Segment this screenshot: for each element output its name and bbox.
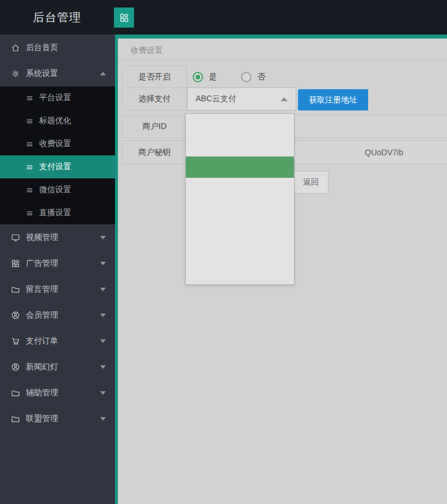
sidebar-item-icon — [11, 43, 20, 52]
radio-yes-label: 是 — [209, 72, 217, 82]
sidebar-item[interactable]: 留言管理 — [0, 276, 115, 302]
sidebar-item-label: 会员管理 — [26, 310, 58, 320]
menu-lines-icon — [25, 186, 34, 194]
sidebar-item-label: 后台首页 — [26, 43, 58, 53]
sidebar-item[interactable]: 后台首页 — [0, 35, 115, 60]
dropdown-option[interactable] — [186, 114, 294, 135]
menu-lines-icon — [25, 163, 34, 171]
sidebar-item[interactable]: 视频管理 — [0, 224, 115, 250]
sidebar-subitem-label: 收费设置 — [39, 139, 71, 149]
sidebar-item-icon — [11, 388, 20, 398]
menu-lines-icon — [25, 94, 34, 102]
chevron-icon — [100, 417, 106, 421]
sidebar-item[interactable]: 新闻幻灯 — [0, 354, 115, 380]
top-header: 后台管理 — [0, 0, 447, 35]
sidebar-item-icon — [11, 362, 20, 372]
sidebar-subitem[interactable]: 直播设置 — [0, 201, 115, 224]
sidebar-subitem-label: 支付设置 — [39, 162, 71, 172]
sidebar-subitem[interactable]: 微信设置 — [0, 178, 115, 201]
payment-select[interactable]: ABC云支付 — [187, 87, 296, 110]
merchant-id-label: 商户ID — [122, 115, 187, 138]
merchant-key-value: QUoDV7ib — [365, 141, 403, 164]
sidebar: 后台首页 系统设置 平台设置 标题优化 收费设置 — [0, 35, 115, 504]
sidebar-item[interactable]: 联盟管理 — [0, 406, 115, 432]
chevron-icon — [100, 72, 106, 75]
sidebar-item-label: 视频管理 — [26, 232, 58, 243]
sidebar-item-icon — [11, 233, 20, 242]
sidebar-subitem[interactable]: 平台设置 — [0, 86, 115, 109]
sidebar-item-label: 广告管理 — [26, 258, 58, 269]
sidebar-subitem-label: 标题优化 — [39, 116, 71, 126]
dropdown-option[interactable] — [186, 220, 294, 242]
menu-lines-icon — [25, 209, 34, 217]
sidebar-item-icon — [11, 285, 20, 294]
enable-label: 是否开启 — [122, 66, 187, 88]
sidebar-item[interactable]: 会员管理 — [0, 302, 115, 328]
sidebar-item-icon — [11, 311, 20, 320]
sidebar-item-label: 系统设置 — [26, 68, 58, 79]
chevron-icon — [100, 339, 106, 343]
sidebar-item-label: 辅助管理 — [26, 388, 58, 398]
dropdown-option[interactable] — [186, 178, 294, 199]
sidebar-item-icon — [11, 337, 20, 346]
dropdown-option[interactable] — [186, 263, 294, 284]
merchant-key-label: 商户秘钥 — [122, 140, 187, 165]
menu-lines-icon — [25, 117, 34, 125]
sidebar-nav-bottom: 视频管理 广告管理 留言管理 会员管理 支付订单 — [0, 224, 115, 432]
dropdown-option[interactable] — [186, 242, 294, 263]
apps-button[interactable] — [114, 7, 134, 28]
sidebar-item[interactable]: 广告管理 — [0, 250, 115, 276]
select-payment-label: 选择支付 — [122, 87, 187, 110]
page-title: 收费设置 — [131, 45, 163, 56]
back-button[interactable]: 返回 — [293, 171, 328, 194]
submenu-system-settings: 平台设置 标题优化 收费设置 支付设置 微信设置 直播设置 — [0, 86, 115, 224]
sidebar-item-label: 支付订单 — [26, 336, 58, 346]
sidebar-subitem[interactable]: 支付设置 — [0, 155, 115, 178]
sidebar-item-label: 留言管理 — [26, 284, 58, 295]
main-content: 收费设置 是否开启 是 否 选择支付 ABC云支付 获取注册地址 商户ID 商户… — [115, 35, 447, 504]
dropdown-option[interactable] — [186, 135, 294, 156]
sidebar-item[interactable]: 支付订单 — [0, 328, 115, 354]
radio-yes[interactable] — [193, 72, 203, 82]
chevron-icon — [100, 314, 106, 317]
chevron-up-icon — [281, 97, 288, 101]
sidebar-item[interactable]: 系统设置 — [0, 60, 115, 86]
sidebar-item-label: 联盟管理 — [26, 414, 58, 424]
enable-radio-group: 是 否 — [193, 66, 284, 88]
sidebar-subitem[interactable]: 收费设置 — [0, 132, 115, 155]
radio-no-label: 否 — [257, 72, 265, 82]
sidebar-subitem-label: 平台设置 — [39, 93, 71, 103]
menu-lines-icon — [25, 140, 34, 148]
sidebar-item[interactable]: 辅助管理 — [0, 380, 115, 406]
radio-no[interactable] — [241, 72, 251, 82]
sidebar-item-icon — [11, 69, 20, 78]
admin-screen: 后台管理 后台首页 系统设置 平台设置 — [0, 0, 447, 504]
grid-icon — [119, 13, 129, 23]
chevron-icon — [100, 262, 106, 265]
payment-dropdown — [185, 113, 295, 285]
dropdown-option[interactable] — [186, 199, 294, 220]
app-title: 后台管理 — [33, 0, 81, 35]
get-register-url-button[interactable]: 获取注册地址 — [298, 89, 368, 110]
chevron-icon — [100, 365, 106, 369]
sidebar-nav-top: 后台首页 系统设置 — [0, 35, 115, 86]
sidebar-item-icon — [11, 414, 20, 423]
sidebar-item-label: 新闻幻灯 — [26, 362, 58, 372]
sidebar-subitem[interactable]: 标题优化 — [0, 109, 115, 132]
chevron-icon — [100, 391, 106, 395]
sidebar-subitem-label: 微信设置 — [39, 185, 71, 195]
title-divider — [118, 59, 447, 60]
sidebar-item-icon — [11, 259, 20, 268]
chevron-icon — [100, 236, 106, 239]
payment-select-value: ABC云支付 — [196, 94, 236, 104]
dropdown-option[interactable] — [186, 156, 294, 178]
chevron-icon — [100, 288, 106, 291]
sidebar-subitem-label: 直播设置 — [39, 208, 71, 218]
